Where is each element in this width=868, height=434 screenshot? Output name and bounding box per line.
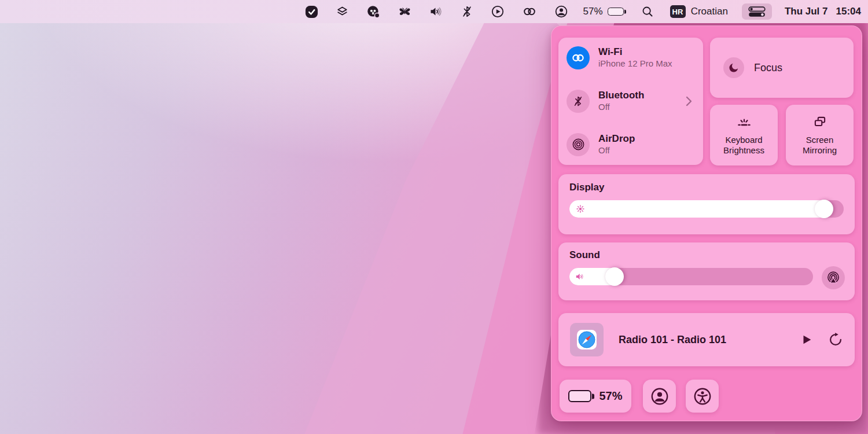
chevron-right-icon[interactable] — [685, 95, 693, 107]
wifi-row[interactable]: Wi-Fi iPhone 12 Pro Max — [567, 46, 695, 69]
menubar-volume[interactable] — [429, 5, 443, 19]
display-label: Display — [569, 182, 844, 193]
clock-date: Thu Jul 7 — [785, 6, 828, 17]
bluetooth-off-icon — [572, 95, 584, 108]
stack-app-icon — [336, 5, 349, 19]
menubar-link[interactable] — [522, 5, 537, 19]
airdrop-toggle[interactable] — [567, 133, 590, 156]
play-button[interactable] — [800, 333, 813, 347]
wifi-text: Wi-Fi iPhone 12 Pro Max — [598, 46, 672, 69]
menubar-checkmark-app[interactable] — [305, 5, 318, 19]
bird-app-icon — [366, 5, 380, 19]
play-circle-icon — [491, 5, 505, 19]
menu-bar: 57% HR Croatian — [0, 0, 868, 23]
accessibility-icon — [693, 387, 712, 406]
link-icon — [522, 5, 537, 19]
connectivity-card: Wi-Fi iPhone 12 Pro Max Bluetooth Off — [558, 38, 703, 165]
focus-toggle[interactable] — [723, 57, 744, 78]
sound-volume-slider[interactable] — [569, 268, 813, 285]
airdrop-status: Off — [598, 145, 635, 156]
menubar-spotlight[interactable] — [641, 5, 654, 18]
input-source-badge: HR — [670, 5, 686, 18]
media-controls — [800, 332, 843, 347]
display-slider-thumb[interactable] — [815, 200, 833, 218]
battery-percent-text: 57% — [583, 6, 603, 17]
display-brightness-slider[interactable] — [569, 200, 844, 218]
screen-mirroring-label: Screen Mirroring — [790, 135, 849, 155]
butterfly-app-icon — [398, 5, 412, 19]
screen-mirroring-card[interactable]: Screen Mirroring — [786, 105, 854, 165]
menubar-bird-app[interactable] — [366, 5, 380, 19]
airdrop-label: AirDrop — [598, 133, 635, 145]
safari-app-icon — [576, 329, 597, 350]
airplay-audio-icon — [826, 271, 840, 285]
menubar-battery[interactable]: 57% — [583, 6, 624, 17]
menubar-bluetooth[interactable] — [461, 5, 473, 19]
media-title: Radio 101 - Radio 101 — [619, 334, 800, 346]
user-button[interactable] — [643, 380, 676, 413]
search-icon — [641, 5, 654, 18]
checkmark-app-icon — [305, 5, 318, 19]
person-circle-icon — [650, 387, 670, 406]
bluetooth-toggle[interactable] — [567, 90, 590, 113]
bluetooth-status: Off — [598, 102, 644, 113]
volume-icon — [429, 5, 443, 19]
clock-time: 15:04 — [836, 6, 861, 17]
menubar-user[interactable] — [554, 5, 568, 19]
menubar-clock[interactable]: Thu Jul 7 15:04 — [785, 6, 861, 17]
battery-percent-label: 57% — [599, 389, 622, 403]
sound-label: Sound — [569, 249, 844, 261]
menubar-control-center[interactable] — [742, 3, 772, 20]
wifi-toggle[interactable] — [567, 46, 590, 69]
keyboard-brightness-card[interactable]: Keyboard Brightness — [710, 105, 778, 165]
focus-card[interactable]: Focus — [710, 38, 854, 98]
bluetooth-label: Bluetooth — [598, 90, 644, 101]
battery-icon — [568, 390, 591, 402]
personal-hotspot-icon — [571, 51, 586, 65]
keyboard-brightness-label: Keyboard Brightness — [715, 135, 773, 155]
accessibility-button[interactable] — [686, 380, 719, 413]
menubar-stack-app[interactable] — [336, 5, 349, 19]
bluetooth-off-icon — [461, 5, 473, 19]
battery-card[interactable]: 57% — [560, 380, 631, 413]
keyboard-brightness-icon — [735, 115, 753, 130]
control-center-icon — [748, 6, 766, 17]
menubar-input-source[interactable]: HR Croatian — [670, 5, 728, 18]
battery-icon — [608, 8, 624, 16]
input-source-name: Croatian — [691, 6, 728, 17]
sun-icon — [575, 203, 586, 215]
screen-mirroring-icon — [811, 115, 829, 130]
media-artwork — [570, 323, 604, 356]
media-card: Radio 101 - Radio 101 — [558, 313, 855, 366]
wifi-status: iPhone 12 Pro Max — [598, 58, 672, 69]
control-center-button[interactable] — [742, 3, 772, 20]
menubar-butterfly-app[interactable] — [398, 5, 412, 19]
focus-label: Focus — [754, 62, 782, 74]
speaker-icon — [575, 271, 586, 282]
airdrop-text: AirDrop Off — [598, 133, 635, 156]
display-card: Display — [558, 174, 855, 234]
control-center-panel: Wi-Fi iPhone 12 Pro Max Bluetooth Off — [551, 25, 862, 421]
airdrop-icon — [572, 138, 585, 151]
sound-slider-thumb[interactable] — [605, 267, 624, 286]
display-slider-fill — [569, 200, 833, 218]
menubar-play[interactable] — [491, 5, 505, 19]
bluetooth-row[interactable]: Bluetooth Off — [567, 90, 695, 113]
desktop: 57% HR Croatian — [0, 0, 868, 434]
restart-button[interactable] — [828, 332, 843, 347]
airdrop-row[interactable]: AirDrop Off — [567, 133, 695, 156]
moon-icon — [728, 62, 740, 73]
sound-card: Sound — [558, 242, 855, 300]
person-circle-icon — [554, 5, 568, 19]
airplay-audio-button[interactable] — [822, 266, 845, 289]
wifi-label: Wi-Fi — [598, 46, 672, 58]
bluetooth-text: Bluetooth Off — [598, 90, 644, 113]
